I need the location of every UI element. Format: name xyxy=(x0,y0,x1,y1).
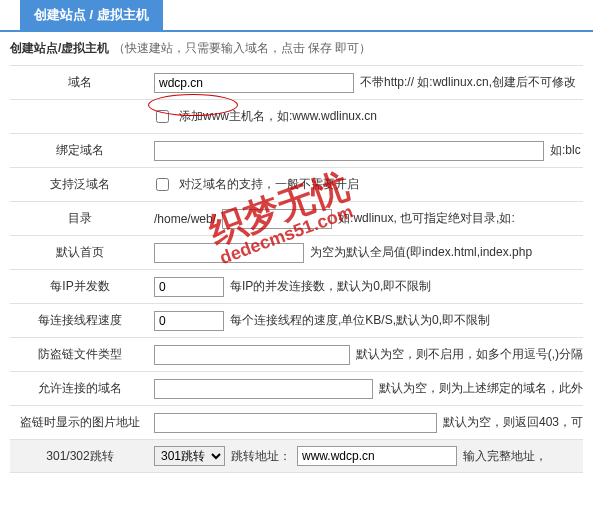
addwww-checkbox[interactable] xyxy=(156,110,169,123)
bind-desc: 如:blc xyxy=(550,142,581,159)
label-leechimg: 盗链时显示的图片地址 xyxy=(10,414,150,431)
antileech-desc: 默认为空，则不启用，如多个用逗号(,)分隔 xyxy=(356,346,583,363)
label-wildcard: 支持泛域名 xyxy=(10,176,150,193)
leechimg-desc: 默认为空，则返回403，可 xyxy=(443,414,583,431)
label-bind: 绑定域名 xyxy=(10,142,150,159)
ipconn-input[interactable] xyxy=(154,277,224,297)
allowdomain-input[interactable] xyxy=(154,379,373,399)
redirect-addr-label: 跳转地址： xyxy=(231,448,291,465)
threadspeed-desc: 每个连接线程的速度,单位KB/S,默认为0,即不限制 xyxy=(230,312,490,329)
section-title: 创建站点/虚拟主机 （快速建站，只需要输入域名，点击 保存 即可） xyxy=(10,40,583,57)
wildcard-checkbox[interactable] xyxy=(156,178,169,191)
dir-desc: 如:wdlinux, 也可指定绝对目录,如: xyxy=(338,210,515,227)
redirect-desc: 输入完整地址， xyxy=(463,448,547,465)
label-antileech: 防盗链文件类型 xyxy=(10,346,150,363)
tab-create-site[interactable]: 创建站点 / 虚拟主机 xyxy=(20,0,163,30)
label-allowdomain: 允许连接的域名 xyxy=(10,380,150,397)
redirect-addr-input[interactable] xyxy=(297,446,457,466)
label-ipconn: 每IP并发数 xyxy=(10,278,150,295)
label-threadspeed: 每连接线程速度 xyxy=(10,312,150,329)
leechimg-input[interactable] xyxy=(154,413,437,433)
antileech-input[interactable] xyxy=(154,345,350,365)
ipconn-desc: 每IP的并发连接数，默认为0,即不限制 xyxy=(230,278,431,295)
index-desc: 为空为默认全局值(即index.html,index.php xyxy=(310,244,532,261)
wildcard-desc: 对泛域名的支持，一般不需要开启 xyxy=(179,176,359,193)
label-index: 默认首页 xyxy=(10,244,150,261)
threadspeed-input[interactable] xyxy=(154,311,224,331)
index-input[interactable] xyxy=(154,243,304,263)
label-dir: 目录 xyxy=(10,210,150,227)
domain-input[interactable] xyxy=(154,73,354,93)
domain-desc: 不带http:// 如:wdlinux.cn,创建后不可修改 xyxy=(360,74,576,91)
allowdomain-desc: 默认为空，则为上述绑定的域名，此外 xyxy=(379,380,583,397)
dir-input[interactable] xyxy=(222,209,332,229)
label-domain: 域名 xyxy=(10,74,150,91)
addwww-desc: 添加www主机名，如:www.wdlinux.cn xyxy=(179,108,377,125)
label-redirect: 301/302跳转 xyxy=(10,448,150,465)
dir-prefix: /home/web/ xyxy=(154,212,216,226)
redirect-select[interactable]: 301跳转 302跳转 xyxy=(154,446,225,466)
bind-input[interactable] xyxy=(154,141,544,161)
